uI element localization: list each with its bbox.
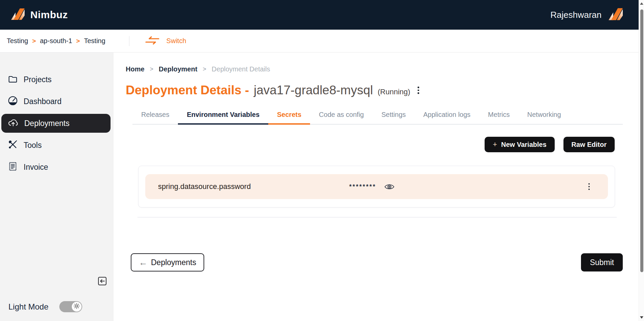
secret-row: spring.datasource.password ******** bbox=[145, 174, 608, 199]
breadcrumb-separator: > bbox=[150, 66, 154, 73]
main-content: Home > Deployment > Deployment Details D… bbox=[114, 53, 644, 321]
brand[interactable]: Nimbuz bbox=[10, 7, 68, 22]
env-crumb-region: ap-south-1 bbox=[40, 37, 72, 45]
user-menu[interactable]: Rajeshwaran bbox=[550, 7, 624, 23]
sidebar-item-label: Invoice bbox=[24, 163, 48, 172]
swap-arrows-icon bbox=[145, 36, 160, 46]
back-to-deployments-button[interactable]: ← Deployments bbox=[131, 253, 204, 271]
masked-value: ******** bbox=[349, 183, 376, 190]
light-mode-toggle[interactable] bbox=[59, 301, 82, 312]
sidebar-item-dashboard[interactable]: Dashboard bbox=[1, 92, 111, 111]
left-arrow-icon: ← bbox=[139, 258, 148, 267]
brand-name: Nimbuz bbox=[30, 9, 68, 21]
top-navbar: Nimbuz Rajeshwaran bbox=[0, 0, 644, 30]
env-crumb-project: Testing bbox=[7, 37, 28, 45]
sidebar-item-label: Projects bbox=[24, 75, 52, 84]
switch-label: Switch bbox=[166, 37, 186, 45]
sidebar-item-label: Dashboard bbox=[24, 97, 62, 106]
gauge-icon bbox=[8, 96, 18, 107]
submit-button[interactable]: Submit bbox=[581, 253, 623, 271]
secret-kebab-menu-icon[interactable] bbox=[586, 182, 592, 191]
sidebar-collapse-button[interactable] bbox=[98, 277, 107, 286]
tab-bar: Releases Environment Variables Secrets C… bbox=[132, 111, 623, 125]
tab-networking[interactable]: Networking bbox=[519, 111, 570, 125]
light-mode-row: Light Mode bbox=[8, 301, 82, 312]
env-separator: > bbox=[32, 37, 36, 45]
user-avatar-logo-icon bbox=[608, 7, 624, 23]
secrets-card: spring.datasource.password ******** bbox=[138, 166, 615, 207]
scroll-down-arrow-icon[interactable] bbox=[640, 316, 643, 319]
section-divider bbox=[137, 217, 617, 218]
tab-secrets[interactable]: Secrets bbox=[268, 111, 310, 125]
breadcrumb: Home > Deployment > Deployment Details bbox=[126, 65, 623, 73]
new-variables-label: New Variables bbox=[501, 141, 547, 149]
status-badge: (Running) bbox=[378, 88, 410, 96]
tab-releases[interactable]: Releases bbox=[132, 111, 178, 125]
page-title: Deployment Details - java17-gradle8-mysq… bbox=[126, 83, 623, 97]
cloud-upload-icon bbox=[8, 118, 19, 129]
secret-key: spring.datasource.password bbox=[158, 182, 349, 191]
tab-application-logs[interactable]: Application logs bbox=[415, 111, 479, 125]
tab-metrics[interactable]: Metrics bbox=[479, 111, 518, 125]
new-variables-button[interactable]: + New Variables bbox=[485, 137, 554, 152]
folder-icon bbox=[8, 74, 18, 85]
app-window: Nimbuz Rajeshwaran Testing > ap-south-1 … bbox=[0, 0, 644, 321]
raw-editor-label: Raw Editor bbox=[572, 141, 607, 149]
back-button-label: Deployments bbox=[151, 258, 196, 267]
secret-value-group: ******** bbox=[349, 183, 395, 191]
env-crumb-environment: Testing bbox=[84, 37, 105, 45]
tab-code-as-config[interactable]: Code as config bbox=[310, 111, 372, 125]
scrollbar[interactable] bbox=[639, 0, 644, 321]
environment-bar: Testing > ap-south-1 > Testing Switch bbox=[0, 30, 644, 53]
sidebar-item-invoice[interactable]: Invoice bbox=[1, 158, 111, 176]
deployment-name: java17-gradle8-mysql bbox=[254, 83, 373, 97]
breadcrumb-home[interactable]: Home bbox=[126, 65, 145, 73]
tab-environment-variables[interactable]: Environment Variables bbox=[178, 111, 268, 125]
footer-actions: ← Deployments Submit bbox=[131, 253, 623, 271]
light-mode-label: Light Mode bbox=[8, 302, 49, 312]
breadcrumb-current: Deployment Details bbox=[212, 65, 270, 73]
invoice-icon bbox=[8, 161, 18, 173]
title-kebab-menu-icon[interactable] bbox=[415, 85, 422, 95]
toggle-knob bbox=[72, 302, 82, 312]
sidebar-item-label: Tools bbox=[24, 141, 42, 150]
vertical-divider bbox=[129, 36, 129, 46]
scroll-up-arrow-icon[interactable] bbox=[640, 2, 643, 5]
sidebar-item-tools[interactable]: Tools bbox=[1, 136, 111, 155]
page-title-prefix: Deployment Details - bbox=[126, 83, 249, 97]
sidebar-item-deployments[interactable]: Deployments bbox=[1, 114, 111, 133]
breadcrumb-separator: > bbox=[203, 66, 207, 73]
sun-icon bbox=[73, 303, 80, 311]
nimbuz-logo-icon bbox=[10, 7, 26, 22]
eye-icon[interactable] bbox=[384, 183, 395, 191]
breadcrumb-deployment[interactable]: Deployment bbox=[159, 65, 197, 73]
scrollbar-thumb[interactable] bbox=[640, 9, 643, 272]
user-name: Rajeshwaran bbox=[550, 10, 602, 20]
actions-row: + New Variables Raw Editor bbox=[126, 137, 615, 152]
tools-icon bbox=[8, 139, 18, 151]
switch-environment-button[interactable]: Switch bbox=[145, 36, 186, 46]
env-separator: > bbox=[76, 37, 80, 45]
tab-settings[interactable]: Settings bbox=[373, 111, 415, 125]
plus-icon: + bbox=[493, 140, 497, 149]
sidebar-item-projects[interactable]: Projects bbox=[1, 70, 111, 89]
raw-editor-button[interactable]: Raw Editor bbox=[563, 137, 615, 152]
sidebar-item-label: Deployments bbox=[24, 119, 69, 128]
sidebar: Projects Dashboard bbox=[0, 53, 114, 321]
